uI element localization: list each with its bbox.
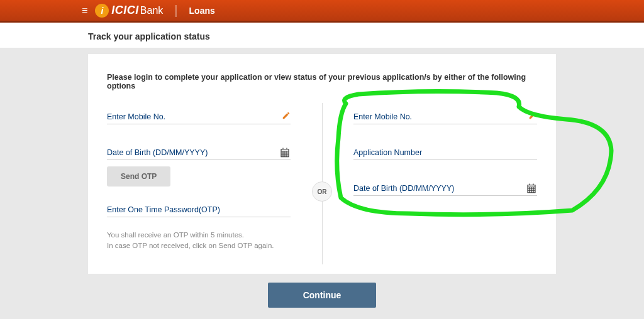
help-line-2: In case OTP not received, click on Send … — [107, 241, 291, 251]
calendar-icon[interactable] — [526, 183, 537, 197]
help-line-1: You shall receive an OTP within 5 minute… — [107, 230, 291, 241]
calendar-icon[interactable] — [279, 147, 291, 161]
form-card: Please login to complete your applicatio… — [88, 54, 556, 274]
pencil-icon[interactable] — [528, 111, 537, 122]
pencil-icon[interactable] — [282, 111, 291, 122]
dob-field-row[interactable]: Date of Birth (DD/MM/YYYY) — [107, 148, 291, 160]
app-header: ≡ i ICICI Bank | Loans — [0, 0, 644, 23]
form-columns: OR Enter Mobile No. Date of Birth (DD/MM… — [107, 112, 537, 252]
continue-wrapper: Continue — [88, 283, 556, 308]
mobile-field-row[interactable]: Enter Mobile No. — [107, 112, 291, 124]
continue-button[interactable]: Continue — [268, 283, 377, 308]
mobile-field-label: Enter Mobile No. — [107, 112, 291, 124]
mobile-field-row-right[interactable]: Enter Mobile No. — [353, 112, 537, 124]
application-number-field-row[interactable]: Application Number — [353, 148, 537, 160]
send-otp-button[interactable]: Send OTP — [107, 166, 170, 187]
header-section-label: Loans — [189, 6, 215, 16]
login-appnumber-column: Enter Mobile No. Application Number Date… — [322, 112, 537, 252]
menu-icon[interactable]: ≡ — [82, 5, 87, 16]
or-badge: OR — [312, 181, 332, 202]
dob-field-label-right: Date of Birth (DD/MM/YYYY) — [353, 184, 537, 196]
content-wrapper: Please login to complete your applicatio… — [0, 54, 644, 308]
instruction-text: Please login to complete your applicatio… — [107, 73, 537, 90]
otp-field-row[interactable]: Enter One Time Password(OTP) — [107, 205, 291, 217]
otp-help-text: You shall receive an OTP within 5 minute… — [107, 230, 291, 252]
logo-icon: i — [95, 4, 109, 18]
page-title: Track your application status — [0, 23, 644, 48]
logo-suffix: Bank — [140, 5, 163, 16]
header-divider: | — [174, 3, 177, 18]
application-number-label: Application Number — [353, 148, 537, 160]
logo-brand: ICICI — [111, 4, 139, 17]
dob-field-row-right[interactable]: Date of Birth (DD/MM/YYYY) — [353, 184, 537, 196]
login-otp-column: Enter Mobile No. Date of Birth (DD/MM/YY… — [107, 112, 322, 252]
otp-field-label: Enter One Time Password(OTP) — [107, 205, 291, 217]
mobile-field-label-right: Enter Mobile No. — [353, 112, 537, 124]
dob-field-label: Date of Birth (DD/MM/YYYY) — [107, 148, 291, 160]
